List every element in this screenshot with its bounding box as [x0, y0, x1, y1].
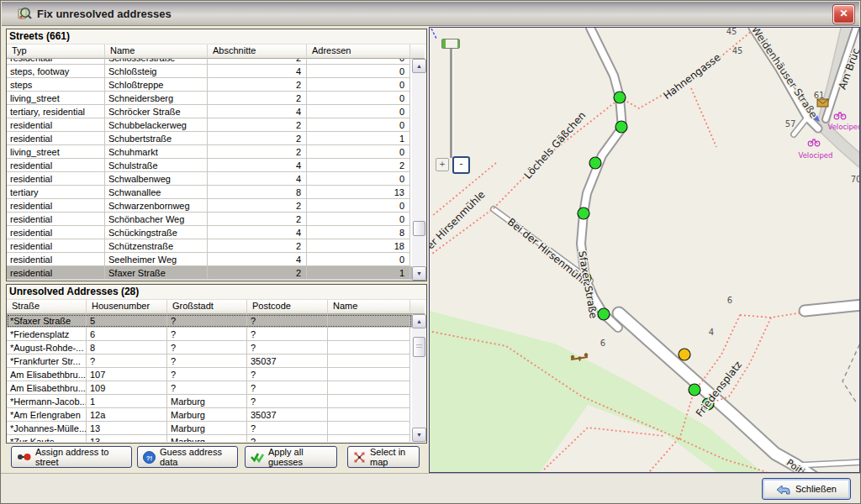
guess-address-data-button[interactable]: ?! Guess address data — [137, 446, 238, 468]
table-cell: 8 — [208, 186, 307, 199]
zoom-slider-handle[interactable] — [441, 39, 460, 49]
streets-col-adressen[interactable]: Adressen — [307, 45, 410, 59]
zoom-slider-track[interactable] — [450, 44, 453, 158]
addresses-header-filler — [410, 300, 425, 314]
table-cell: 1 — [87, 395, 167, 408]
table-row[interactable]: residentialSchückingstraße48 — [7, 226, 412, 239]
table-cell: *Zur Kaute — [7, 435, 87, 442]
streets-panel-title: Streets (661) — [7, 29, 426, 45]
address-node[interactable] — [614, 92, 626, 103]
map-pane[interactable]: Hahnengasse Löchels Gäßchen Bei der Hirs… — [429, 27, 860, 473]
table-row[interactable]: living_streetSchuhmarkt20 — [7, 145, 412, 159]
table-cell: 35037 — [247, 408, 328, 422]
close-dialog-label: Schließen — [795, 484, 837, 494]
address-node[interactable] — [578, 207, 589, 219]
streets-scrollbar[interactable]: ▲ ▼ — [412, 59, 426, 281]
table-row[interactable]: *Am Erlengraben12aMarburg35037 — [7, 408, 412, 422]
table-row[interactable]: residentialSchützenstraße218 — [7, 239, 412, 253]
assign-address-to-street-button[interactable]: Assign address to street — [11, 446, 132, 468]
table-row[interactable]: *Frankfurter Str...??35037 — [7, 354, 412, 368]
address-node[interactable] — [689, 384, 700, 396]
table-cell: 4 — [208, 172, 307, 186]
table-row[interactable]: *Zur Kaute13Marburg? — [7, 435, 412, 442]
table-cell: ? — [247, 381, 328, 395]
table-row[interactable]: Am Elisabethbru...109?? — [7, 381, 412, 395]
table-cell: 4 — [208, 159, 307, 172]
scroll-down-icon[interactable]: ▼ — [412, 428, 426, 442]
close-dialog-button[interactable]: Schließen — [762, 478, 851, 500]
table-row[interactable]: residentialSchwalbenweg40 — [7, 172, 412, 186]
window-title: Fix unresolved addresses — [37, 8, 172, 20]
table-cell — [328, 395, 410, 408]
table-cell: 13 — [87, 435, 167, 442]
table-cell: residential — [7, 132, 105, 145]
table-row[interactable]: *Johannes-Mülle...13Marburg? — [7, 422, 412, 435]
table-row[interactable]: *August-Rohde-...8?? — [7, 341, 412, 354]
scroll-up-icon[interactable]: ▲ — [412, 314, 426, 328]
table-cell: 6 — [87, 328, 167, 341]
addresses-col-postcode[interactable]: Postcode — [247, 300, 328, 314]
table-row[interactable]: living_streetSchneidersberg20 — [7, 92, 412, 105]
table-cell: ? — [167, 314, 247, 328]
table-cell: ? — [87, 354, 167, 368]
table-cell: 0 — [307, 213, 410, 226]
table-cell: 2 — [208, 213, 307, 226]
addresses-col-strasse[interactable]: Straße — [7, 300, 87, 314]
table-row[interactable]: residentialSeelheimer Weg40 — [7, 253, 412, 266]
table-cell — [328, 341, 410, 354]
table-row[interactable]: residentialSchubertstraße21 — [7, 132, 412, 145]
table-row[interactable]: residentialSchubbelackerweg20 — [7, 118, 412, 132]
table-cell: residential — [7, 172, 105, 186]
table-cell: residential — [7, 159, 105, 172]
apply-all-guesses-button[interactable]: Apply all guesses — [245, 446, 337, 468]
table-row[interactable]: stepsSchloßtreppe20 — [7, 78, 412, 92]
table-cell: Sfaxer Straße — [105, 266, 208, 280]
table-row[interactable]: residentialSchwarzenbornweg20 — [7, 199, 412, 213]
table-row[interactable]: tertiarySchwanallee813 — [7, 186, 412, 199]
addresses-panel: Unresolved Addresses (28) Straße Housenu… — [6, 284, 427, 444]
close-icon[interactable]: ✕ — [833, 5, 854, 24]
streets-col-abschnitte[interactable]: Abschnitte — [208, 45, 307, 59]
addresses-col-housenumber[interactable]: Housenumber — [87, 300, 167, 314]
table-cell: 1 — [307, 266, 410, 280]
table-cell: 0 — [307, 59, 410, 65]
table-row[interactable]: steps, footwaySchloßsteig40 — [7, 65, 412, 78]
select-in-map-button[interactable]: Select in map — [347, 446, 420, 468]
table-cell: Am Elisabethbru... — [7, 381, 87, 395]
table-cell: steps — [7, 78, 105, 92]
streets-scrollbar-thumb[interactable] — [413, 221, 425, 236]
table-cell: Schückingstraße — [105, 226, 208, 239]
table-cell: 18 — [307, 239, 410, 253]
zoom-out-icon[interactable]: - — [452, 156, 470, 174]
addresses-scrollbar-thumb[interactable] — [413, 337, 425, 357]
address-node[interactable] — [615, 121, 627, 133]
streets-col-typ[interactable]: Typ — [7, 45, 105, 59]
table-row[interactable]: residentialSfaxer Straße21 — [7, 266, 412, 280]
scroll-down-icon[interactable]: ▼ — [412, 266, 426, 281]
table-row[interactable]: *Hermann-Jacob...1Marburg? — [7, 395, 412, 408]
table-cell: 0 — [307, 78, 410, 92]
table-row[interactable]: *Sfaxer Straße5?? — [7, 314, 412, 328]
table-row[interactable]: *Friedensplatz6?? — [7, 328, 412, 341]
title-bar[interactable]: Fix unresolved addresses ✕ — [2, 2, 859, 26]
table-cell: ? — [247, 395, 328, 408]
addresses-col-name[interactable]: Name — [328, 300, 410, 314]
scroll-up-icon[interactable]: ▲ — [412, 59, 426, 73]
table-row[interactable]: Am Elisabethbru...107?? — [7, 368, 412, 381]
address-node[interactable] — [589, 157, 601, 169]
table-row[interactable]: residentialSchlosserstraße20 — [7, 59, 412, 65]
table-cell: Marburg — [167, 408, 247, 422]
streets-col-name[interactable]: Name — [105, 45, 208, 59]
zoom-in-icon[interactable]: + — [436, 158, 449, 171]
addresses-col-grossstadt[interactable]: Großstadt — [167, 300, 247, 314]
table-cell: Schwanallee — [105, 186, 208, 199]
addresses-scrollbar[interactable]: ▲ ▼ — [412, 314, 426, 442]
table-row[interactable]: residentialSchulstraße42 — [7, 159, 412, 172]
table-cell: Schuhmarkt — [105, 145, 208, 159]
table-row[interactable]: residentialSchönbacher Weg20 — [7, 213, 412, 226]
table-row[interactable]: tertiary, residentialSchröcker Straße40 — [7, 105, 412, 118]
address-node-pending[interactable] — [679, 349, 690, 360]
table-cell: 109 — [87, 381, 167, 395]
house-number: 6 — [727, 296, 732, 305]
table-cell — [328, 328, 410, 341]
